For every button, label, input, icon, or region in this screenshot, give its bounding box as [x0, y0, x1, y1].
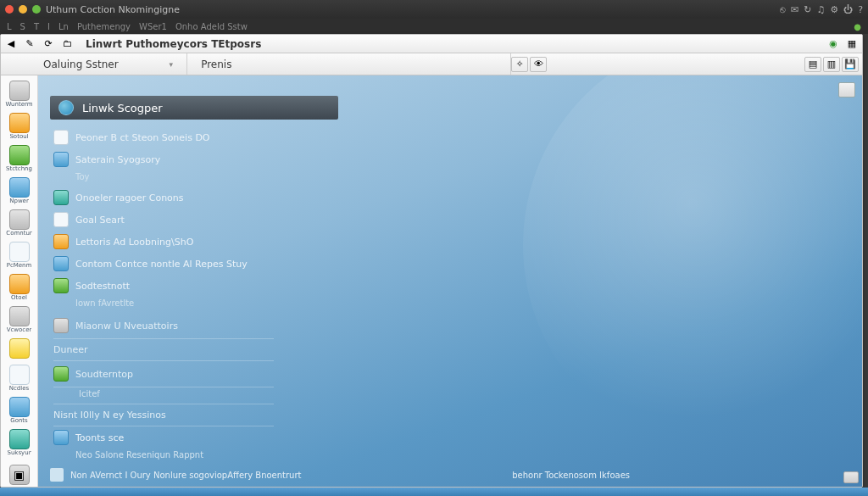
tool-icon[interactable]: ▦: [845, 37, 859, 51]
list-item[interactable]: Duneer: [53, 339, 274, 361]
sidebar-item[interactable]: Vcwocer: [3, 304, 36, 335]
close-window-button[interactable]: [5, 5, 14, 14]
tray-icon[interactable]: ♫: [816, 4, 825, 15]
primary-toolbar: ◀ ✎ ⟳ 🗀 Linwrt Puthomeycors TEtposrs ◉ ▦: [1, 35, 862, 53]
module-icon: [9, 397, 30, 417]
window-title: Uthum Coction Nkomingigne: [46, 4, 180, 15]
module-icon: [9, 429, 30, 449]
module-icon: [9, 338, 30, 359]
toolbar-actions: ✧ 👁 ▤ ▥ 💾: [511, 57, 862, 72]
menu-item[interactable]: Onho Adeld Sstw: [175, 22, 248, 31]
module-icon: [9, 365, 30, 385]
tray-icon[interactable]: ⚙: [830, 4, 838, 15]
menubar: L S T I Ln Puthemengy WSer1 Onho Adeld S…: [0, 19, 868, 34]
globe-icon: [58, 100, 74, 115]
list-item[interactable]: Goal Seart: [50, 209, 355, 231]
sidebar-item[interactable]: Otoel: [3, 272, 36, 303]
section-title: Linwk Scogper: [82, 102, 163, 114]
sidebar-item[interactable]: Wunterm: [3, 79, 36, 109]
list-item[interactable]: Contom Contce nontle Al Repes Stuy: [50, 253, 355, 275]
menu-item[interactable]: Puthemengy: [77, 22, 131, 31]
list-item[interactable]: Toonts sce: [50, 426, 355, 449]
breadcrumb-label: Prenis: [201, 59, 231, 70]
minimize-window-button[interactable]: [19, 5, 27, 14]
status-text-right: behonr Tockenosom Ikfoaes: [512, 471, 630, 480]
item-icon: [53, 190, 69, 205]
sidebar-item[interactable]: ▣: [3, 463, 36, 487]
sidebar-item[interactable]: Npwer: [3, 176, 36, 206]
list-item[interactable]: Sodtestnott: [50, 275, 355, 297]
item-icon: [53, 152, 69, 167]
status-ok-icon: ◉: [826, 37, 840, 51]
breadcrumb-label: Oaluing Sstner: [43, 59, 119, 70]
save-button[interactable]: 💾: [842, 57, 859, 72]
list-item[interactable]: Soudterntop: [53, 361, 274, 387]
item-icon: [53, 366, 69, 382]
list-item[interactable]: Lettoris Ad Loobning\ShO: [50, 231, 355, 253]
module-icon: [9, 274, 30, 294]
list-item[interactable]: Nisnt I0lly N ey Yessinos: [53, 404, 274, 426]
section-header: Linwk Scogper: [50, 96, 338, 120]
sidebar-item[interactable]: Comntur: [3, 208, 36, 238]
tray-icon[interactable]: ✉: [791, 4, 798, 15]
list-item[interactable]: Miaonw U Nveuattoirs: [53, 313, 274, 339]
status-text-left: Non AVernct I Oury Nonlure sogoviopAffer…: [70, 471, 301, 480]
status-dot-icon: ●: [854, 22, 861, 31]
terminal-icon: ▣: [9, 465, 30, 485]
app-window: ◀ ✎ ⟳ 🗀 Linwrt Puthomeycors TEtposrs ◉ ▦…: [0, 34, 863, 488]
sidebar-item[interactable]: PcMenm: [3, 240, 36, 270]
breadcrumb-item[interactable]: Oaluing Sstner ▾: [1, 53, 187, 75]
statusbar: Non AVernct I Oury Nonlure sogoviopAffer…: [50, 468, 850, 482]
tray-icon[interactable]: ⎋: [780, 4, 786, 15]
module-icon: [9, 242, 30, 262]
sidebar-item[interactable]: Suksyur: [3, 427, 36, 458]
list-item[interactable]: Saterain Syogsory: [50, 148, 355, 170]
menu-item[interactable]: L: [7, 22, 12, 31]
detach-button[interactable]: [838, 82, 855, 98]
item-icon: [53, 278, 69, 293]
sidebar-item[interactable]: Ncdles: [3, 363, 36, 393]
menu-item[interactable]: Ln: [58, 22, 69, 31]
nav-back-icon[interactable]: ◀: [4, 37, 18, 51]
folder-icon[interactable]: 🗀: [60, 37, 74, 51]
active-tab-label: Linwrt Puthomeycors TEtposrs: [86, 38, 261, 50]
module-icon: [9, 306, 30, 326]
sidebar-item[interactable]: Stctchng: [3, 143, 36, 174]
list-item[interactable]: Onoeler ragoer Conons: [50, 187, 355, 209]
tool-icon[interactable]: ✎: [23, 37, 36, 51]
module-icon: [9, 177, 30, 198]
item-icon: [53, 130, 69, 145]
maximize-window-button[interactable]: [32, 5, 41, 14]
module-icon: [9, 209, 30, 230]
breadcrumb-item[interactable]: Prenis: [187, 53, 511, 75]
task-list: Peoner B ct Steon Soneis DO Saterain Syo…: [50, 126, 355, 465]
tray-icon[interactable]: ?: [858, 4, 863, 15]
list-item[interactable]: Peoner B ct Steon Soneis DO: [50, 126, 355, 148]
action-button[interactable]: ▤: [804, 57, 821, 72]
menu-item[interactable]: I: [47, 22, 50, 31]
sidebar-item[interactable]: Sotoul: [3, 111, 36, 142]
menu-item[interactable]: WSer1: [139, 22, 167, 31]
view-button[interactable]: 👁: [530, 57, 547, 72]
breadcrumb-bar: Oaluing Sstner ▾ Prenis ✧ 👁 ▤ ▥ 💾: [1, 53, 862, 75]
list-item-sub: Iown fAvretlte: [50, 297, 355, 313]
module-icon: [9, 113, 30, 133]
module-icon: [9, 145, 30, 165]
sidebar-item[interactable]: [3, 337, 36, 361]
status-icon: [50, 468, 64, 482]
sidebar-item[interactable]: Gonts: [3, 395, 36, 426]
pin-button[interactable]: ✧: [511, 57, 528, 72]
item-icon: [53, 212, 69, 227]
content-pane: Linwk Scogper Peoner B ct Steon Soneis D…: [38, 75, 862, 487]
menu-item[interactable]: S: [20, 22, 25, 31]
action-button[interactable]: ▥: [823, 57, 840, 72]
tray-icon[interactable]: ⏻: [843, 4, 853, 15]
tray-icon[interactable]: ↻: [804, 4, 811, 15]
sidebar: Wunterm Sotoul Stctchng Npwer Comntur Pc…: [1, 75, 38, 487]
menu-item[interactable]: T: [34, 22, 39, 31]
main-area: Wunterm Sotoul Stctchng Npwer Comntur Pc…: [1, 75, 862, 487]
desktop-taskbar[interactable]: [0, 488, 868, 496]
tool-icon[interactable]: ⟳: [42, 37, 55, 51]
resize-grip[interactable]: [843, 471, 859, 483]
window-titlebar: Uthum Coction Nkomingigne ⎋ ✉ ↻ ♫ ⚙ ⏻ ?: [0, 0, 868, 19]
